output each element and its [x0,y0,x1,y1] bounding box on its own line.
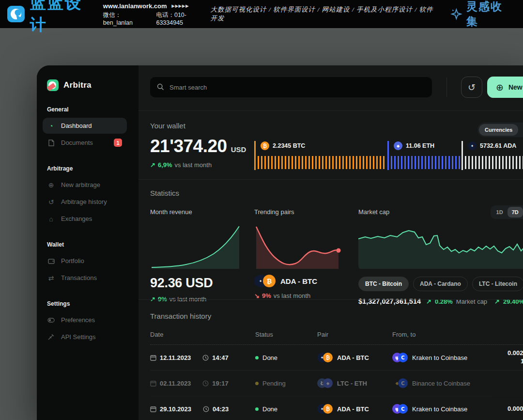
holding-segment-ada[interactable]: ✦ 5732.61 ADA [461,141,523,170]
delta-note: vs last month [175,161,212,169]
cap-label: Market cap [456,298,487,305]
toggle-icon [47,318,55,323]
sidebar-item-dashboard[interactable]: ◔ Dashboard [43,118,127,134]
balance-amount: 21'374.20 [150,136,227,156]
sidebar-item-transactions[interactable]: ⇄ Transactions [43,270,127,286]
wallet-view-toggle: Currencies Exchanges [477,123,523,137]
divider [138,110,523,111]
search-input[interactable] [150,77,432,97]
sidebar-item-label: Preferences [61,316,95,324]
eth-ticks [391,156,461,169]
swap-arrows-icon: ⇄ [47,274,55,282]
divider [138,299,523,300]
btc-icon: ₿ [263,275,276,287]
btc-icon: ₿ [323,353,333,362]
txn-time: 14:47 [212,354,228,361]
sidebar-item-exchanges[interactable]: ⌂ Exchanges [43,211,127,227]
main-content: ↺ ⊕ New arbitrage Your wallet Currencies… [138,65,523,420]
range-7d[interactable]: 7D [508,207,523,218]
sidebar-item-arbitrage-history[interactable]: ↺ Arbitrage history [43,194,127,210]
month-revenue-chart [150,224,241,271]
pair-label: ADA - BTC [337,405,369,413]
plus-circle-icon: ⊕ [496,82,504,93]
coinbase-icon: C [398,378,408,388]
txn-status: Pending [255,380,317,387]
sidebar-item-label: Exchanges [61,215,92,222]
coinbase-icon: C [398,404,408,414]
delta-value: 9% [262,292,271,299]
toggle-exchanges[interactable]: Exchanges [518,124,523,136]
trending-pairs-chart [254,224,345,271]
arrow-up-icon: ↗ [494,298,500,305]
history-icon: ↺ [47,198,55,206]
trending-pair: ✦ ₿ ADA - BTC [254,275,345,287]
txn-date: 02.11.2023 [160,380,191,387]
status-dot-done [255,407,259,411]
arrows-decoration: ▶▶▶▶▶ [172,4,189,8]
site-url[interactable]: www.lanlanwork.com [103,2,167,10]
calendar-icon [150,355,156,361]
topbar: ↺ ⊕ New arbitrage [150,77,523,98]
sidebar-item-label: Portfolio [61,257,84,264]
lanlan-logo[interactable]: 蓝蓝设计 [7,0,96,36]
txn-route: ◆ C Binance to Coinbase [392,378,508,388]
market-cap-chart [358,224,523,271]
clock-icon [203,406,209,412]
sidebar-item-label: API Settings [61,333,96,341]
history-button[interactable]: ↺ [461,77,482,98]
table-header: Date Status Pair From, to [150,331,523,345]
route-label: Kraken to Coinbase [412,354,467,361]
holding-segment-btc[interactable]: ₿ 2.2345 BTC [254,141,387,170]
sidebar-item-new-arbitrage[interactable]: ⊕ New arbitrage [43,177,127,193]
arrow-down-icon: ↘ [254,292,260,299]
sidebar-section-arbitrage: Arbitrage [37,165,138,172]
sidebar-item-portfolio[interactable]: Portfolio [43,253,127,269]
market-cap-stats: $1,327,027,361,514 ↗ 0.28% Market cap ↗ … [358,297,523,305]
search-icon [157,83,164,91]
chip-ltc[interactable]: LTC - Litecoin [472,277,523,291]
lanlan-brand-text: 蓝蓝设计 [30,0,96,36]
toggle-currencies[interactable]: Currencies [479,124,518,136]
dashboard-card: Arbitra General ◔ Dashboard Documents 1 … [37,65,523,420]
sidebar-item-preferences[interactable]: Preferences [43,312,127,328]
table-row[interactable]: 12.11.2023 14:47 Done ✦ [150,345,523,371]
status-dot-pending [255,382,259,385]
txn-date: 12.11.2023 [160,354,191,361]
clock-icon [202,380,209,387]
vol-delta: 29.40% [503,298,523,305]
status-dot-done [255,356,259,359]
arbitra-logo[interactable]: Arbitra [37,79,138,92]
chip-btc[interactable]: BTC - Bitcoin [358,277,409,291]
arrow-up-icon: ↗ [426,298,431,305]
holding-segment-eth[interactable]: ◆ 11.06 ETH [387,141,461,170]
sidebar-item-label: Dashboard [61,122,92,129]
transaction-history-section: Transaction history Date Status Pair Fro… [150,312,523,420]
txn-pair: Ł ◆ LTC - ETH [317,378,392,388]
sidebar-item-label: Arbitrage history [61,198,107,205]
table-row[interactable]: 02.11.2023 19:17 Pending Ł [150,371,523,396]
documents-badge: 1 [114,139,122,147]
arbitra-logo-icon [47,79,59,91]
range-1d[interactable]: 1D [492,207,508,218]
sidebar-item-api-settings[interactable]: API Settings [43,329,127,345]
table-row[interactable]: 29.10.2023 04:23 Done ✦ [150,396,523,420]
inspiration-collect-button[interactable]: 灵感收集 [450,0,512,29]
sparkle-icon [450,8,462,20]
chip-ada[interactable]: ADA - Cardano [413,277,468,291]
col-pair: Pair [317,331,392,338]
btc-ticks [258,156,386,169]
status-label: Pending [262,380,286,387]
col-status: Status [255,331,317,338]
wallet-balance: 21'374.20 USD [150,136,246,156]
document-icon [47,140,55,146]
search-wrap [150,77,432,97]
services-list: 大数据可视化设计 / 软件界面设计 / 网站建设 / 手机及小程序设计 / 软件… [211,5,436,23]
lanlan-logo-icon [7,4,26,24]
txn-route: ψ C Kraken to Coinbase [392,353,508,362]
wallet-title: Your wallet [150,122,523,130]
phone-number: 电话：010-63334945 [156,11,210,26]
new-arbitrage-button[interactable]: ⊕ New arbitrage [487,77,523,98]
month-revenue-label: Month revenue [150,208,241,216]
page: 蓝蓝设计 www.lanlanwork.com ▶▶▶▶▶ 微信：ben_lan… [0,0,523,420]
sidebar-item-documents[interactable]: Documents 1 [43,135,127,151]
